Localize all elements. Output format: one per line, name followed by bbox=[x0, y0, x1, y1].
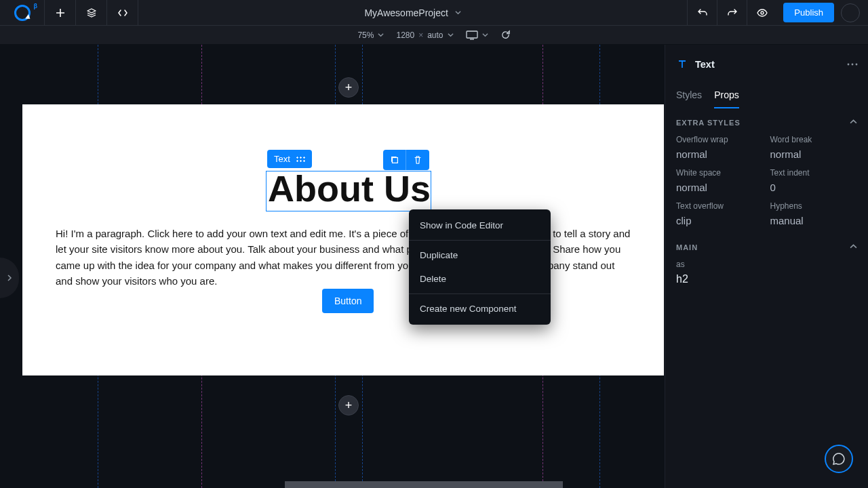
copy-icon bbox=[390, 155, 399, 165]
label: as bbox=[676, 260, 857, 269]
collapse-extra-styles[interactable] bbox=[850, 118, 857, 127]
selection-label[interactable]: Text bbox=[267, 150, 312, 168]
context-menu: Show in Code Editor Duplicate Delete Cre… bbox=[409, 209, 551, 325]
label: Text indent bbox=[770, 168, 858, 178]
layers-button[interactable] bbox=[76, 0, 107, 25]
project-name: MyAwesomeProject bbox=[364, 7, 448, 18]
collapse-main[interactable] bbox=[850, 243, 857, 251]
logo[interactable]: β bbox=[0, 0, 45, 25]
refresh-icon bbox=[500, 30, 511, 40]
ctx-duplicate[interactable]: Duplicate bbox=[409, 243, 551, 267]
field-text-indent[interactable]: Text indent 0 bbox=[770, 168, 858, 193]
drag-handle-icon bbox=[296, 156, 305, 163]
button-element[interactable]: Button bbox=[322, 289, 374, 313]
refresh-button[interactable] bbox=[500, 30, 511, 40]
value: h2 bbox=[676, 273, 857, 285]
zoom-control[interactable]: 75% bbox=[357, 30, 384, 40]
section-main-title: MAIN bbox=[676, 243, 698, 251]
help-button[interactable] bbox=[825, 445, 853, 473]
code-button[interactable] bbox=[107, 0, 138, 25]
chevron-down-icon bbox=[482, 32, 488, 38]
plus-icon: + bbox=[345, 399, 353, 413]
tab-props[interactable]: Props bbox=[714, 84, 739, 108]
times-symbol: × bbox=[418, 30, 423, 40]
canvas-area[interactable]: + Text About Us Hi! I'm a paragraph. Cli… bbox=[0, 45, 665, 488]
chevron-down-icon bbox=[378, 32, 384, 38]
tab-styles[interactable]: Styles bbox=[676, 84, 702, 108]
width-value: 1280 bbox=[396, 30, 414, 40]
svg-rect-2 bbox=[392, 158, 397, 163]
label: Hyphens bbox=[770, 201, 858, 211]
top-bar: β MyAwesomeProject Publish bbox=[0, 0, 868, 26]
chevron-up-icon bbox=[850, 243, 857, 250]
field-white-space[interactable]: White space normal bbox=[676, 168, 764, 193]
zoom-value: 75% bbox=[357, 30, 374, 40]
beta-badge: β bbox=[34, 3, 38, 9]
panel-tabs: Styles Props bbox=[665, 84, 868, 108]
desktop-icon bbox=[466, 30, 478, 40]
ctx-delete[interactable]: Delete bbox=[409, 267, 551, 291]
properties-panel: Text Styles Props EXTRA STYLES Overflow … bbox=[665, 45, 868, 488]
plus-icon: + bbox=[345, 81, 353, 95]
heading-element[interactable]: About Us bbox=[268, 167, 431, 209]
text-type-icon bbox=[676, 58, 688, 70]
expand-left-button[interactable] bbox=[0, 258, 19, 298]
add-section-bottom[interactable]: + bbox=[338, 395, 359, 415]
label: White space bbox=[676, 168, 764, 178]
undo-button[interactable] bbox=[687, 0, 717, 25]
trash-icon bbox=[413, 155, 422, 165]
selection-type: Text bbox=[274, 154, 290, 164]
height-value: auto bbox=[427, 30, 443, 40]
viewport-toolbar: 75% 1280 × auto bbox=[0, 26, 868, 45]
user-avatar[interactable] bbox=[841, 3, 860, 22]
chat-icon bbox=[832, 452, 846, 466]
chevron-right-icon bbox=[6, 274, 13, 281]
chevron-down-icon bbox=[448, 32, 454, 38]
dimensions-control[interactable]: 1280 × auto bbox=[396, 30, 453, 40]
value: clip bbox=[676, 215, 764, 226]
redo-icon bbox=[727, 7, 738, 18]
section-extra-styles-title: EXTRA STYLES bbox=[676, 119, 741, 127]
layers-icon bbox=[86, 7, 97, 18]
add-section-top[interactable]: + bbox=[338, 77, 359, 98]
svg-point-0 bbox=[761, 12, 764, 14]
undo-icon bbox=[697, 7, 708, 18]
chevron-up-icon bbox=[850, 118, 857, 125]
more-icon bbox=[847, 63, 858, 66]
svg-rect-1 bbox=[467, 31, 477, 38]
value: normal bbox=[676, 148, 764, 160]
divider bbox=[409, 293, 551, 294]
panel-title: Text bbox=[695, 59, 715, 70]
workspace: + Text About Us Hi! I'm a paragraph. Cli… bbox=[0, 45, 868, 488]
logo-icon bbox=[14, 5, 31, 21]
code-icon bbox=[117, 7, 128, 18]
field-word-break[interactable]: Word break normal bbox=[770, 135, 858, 160]
panel-more-button[interactable] bbox=[845, 57, 860, 72]
label: Text overflow bbox=[676, 201, 764, 211]
divider bbox=[409, 240, 551, 241]
eye-icon bbox=[757, 7, 768, 18]
svg-point-5 bbox=[856, 64, 858, 66]
value: normal bbox=[770, 148, 858, 160]
svg-point-4 bbox=[852, 64, 854, 66]
project-selector[interactable]: MyAwesomeProject bbox=[138, 7, 687, 18]
field-overflow-wrap[interactable]: Overflow wrap normal bbox=[676, 135, 764, 160]
preview-button[interactable] bbox=[747, 0, 776, 25]
field-as[interactable]: as h2 bbox=[665, 257, 868, 292]
add-button[interactable] bbox=[45, 0, 76, 25]
bottom-panel-peek[interactable] bbox=[285, 481, 563, 488]
plus-icon bbox=[55, 7, 66, 18]
device-selector[interactable] bbox=[466, 30, 488, 40]
ctx-show-in-code[interactable]: Show in Code Editor bbox=[409, 214, 551, 237]
label: Overflow wrap bbox=[676, 135, 764, 144]
field-hyphens[interactable]: Hyphens manual bbox=[770, 201, 858, 226]
svg-point-3 bbox=[848, 64, 850, 66]
value: 0 bbox=[770, 182, 858, 193]
field-text-overflow[interactable]: Text overflow clip bbox=[676, 201, 764, 226]
redo-button[interactable] bbox=[717, 0, 747, 25]
publish-button[interactable]: Publish bbox=[783, 3, 834, 22]
chevron-down-icon bbox=[455, 9, 461, 16]
ctx-create-component[interactable]: Create new Component bbox=[409, 297, 551, 321]
value: normal bbox=[676, 182, 764, 193]
label: Word break bbox=[770, 135, 858, 144]
